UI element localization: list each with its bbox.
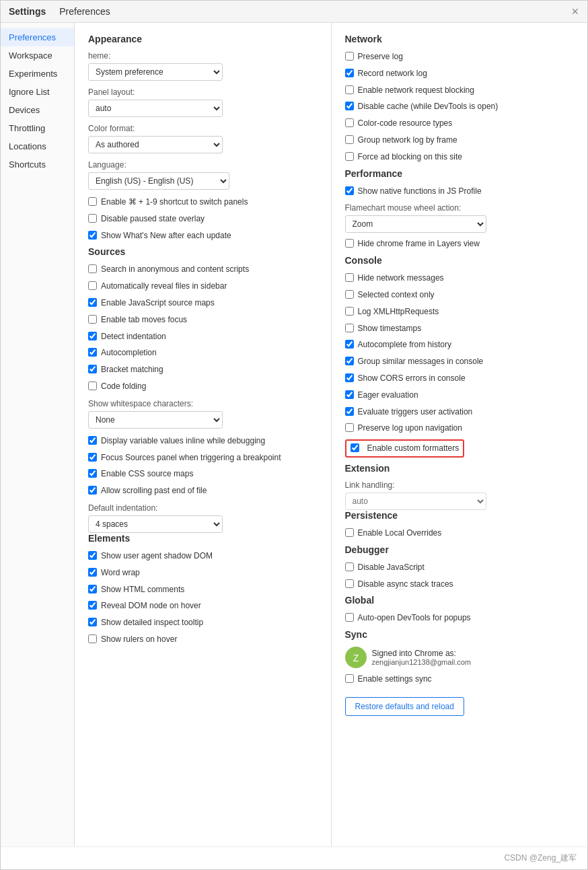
panel-layout-select[interactable]: auto horizontal vertical — [88, 100, 223, 117]
network-blocking-checkbox[interactable] — [345, 85, 354, 94]
tab-moves-focus-checkbox[interactable] — [88, 315, 97, 324]
native-functions-row: Show native functions in JS Profile — [345, 186, 575, 197]
user-agent-shadow-row: Show user agent shadow DOM — [88, 550, 318, 562]
custom-formatters-checkbox[interactable] — [351, 443, 359, 452]
persistence-section: Persistence Enable Local Overrides — [345, 510, 575, 539]
flamechart-select[interactable]: Zoom Scroll — [345, 215, 486, 233]
link-handling-select[interactable]: auto — [345, 493, 486, 510]
color-code-checkbox[interactable] — [345, 118, 354, 127]
indentation-select[interactable]: 2 spaces 4 spaces 8 spaces Tab character — [88, 515, 223, 533]
sidebar-item-ignore-list[interactable]: Ignore List — [1, 83, 74, 101]
variable-inline-row: Display variable values inline while deb… — [88, 435, 318, 447]
sidebar-item-experiments[interactable]: Experiments — [1, 65, 74, 83]
hide-network-checkbox[interactable] — [345, 273, 354, 282]
js-source-maps-checkbox[interactable] — [88, 298, 97, 307]
selected-context-label: Selected context only — [358, 289, 435, 301]
scroll-past-end-checkbox[interactable] — [88, 486, 97, 495]
group-network-checkbox[interactable] — [345, 135, 354, 144]
sidebar-item-throttling[interactable]: Throttling — [1, 119, 74, 137]
paused-overlay-checkbox[interactable] — [88, 214, 97, 223]
detailed-tooltip-row: Show detailed inspect tooltip — [88, 617, 318, 628]
auto-open-checkbox[interactable] — [345, 613, 354, 622]
log-xml-checkbox[interactable] — [345, 307, 354, 316]
code-folding-checkbox[interactable] — [88, 382, 97, 390]
close-button[interactable]: ✕ — [571, 6, 579, 17]
reveal-files-checkbox[interactable] — [88, 281, 97, 290]
anon-content-label: Search in anonymous and content scripts — [101, 264, 249, 275]
variable-inline-checkbox[interactable] — [88, 436, 97, 445]
autocompletion-checkbox[interactable] — [88, 348, 97, 357]
hide-chrome-frame-row: Hide chrome frame in Layers view — [345, 238, 575, 250]
sidebar-item-locations[interactable]: Locations — [1, 137, 74, 155]
eager-eval-checkbox[interactable] — [345, 390, 354, 399]
whitespace-label: Show whitespace characters: — [88, 399, 318, 408]
user-agent-shadow-checkbox[interactable] — [88, 551, 97, 560]
disable-js-checkbox[interactable] — [345, 563, 354, 571]
eval-triggers-checkbox[interactable] — [345, 407, 354, 416]
local-overrides-checkbox[interactable] — [345, 528, 354, 537]
enable-sync-row: Enable settings sync — [345, 674, 575, 685]
autocomplete-history-label: Autocomplete from history — [358, 339, 451, 351]
force-ad-blocking-checkbox[interactable] — [345, 152, 354, 161]
disable-async-row: Disable async stack traces — [345, 579, 575, 590]
force-ad-blocking-row: Force ad blocking on this site — [345, 151, 575, 163]
sync-section: Sync Z Signed into Chrome as: zengjianju… — [345, 629, 575, 716]
switch-panels-checkbox[interactable] — [88, 197, 97, 206]
appearance-section: Appearance heme: System preference Light… — [88, 34, 318, 241]
language-select[interactable]: English (US) - English (US) — [88, 172, 229, 190]
whats-new-row: Show What's New after each update — [88, 230, 318, 242]
detect-indent-checkbox[interactable] — [88, 332, 97, 340]
link-handling-label: Link handling: — [345, 480, 575, 490]
user-avatar: Z — [345, 647, 367, 668]
detailed-tooltip-checkbox[interactable] — [88, 618, 97, 626]
code-folding-label: Code folding — [101, 381, 146, 392]
performance-title: Performance — [345, 168, 575, 179]
console-section: Console Hide network messages Selected c… — [345, 255, 575, 463]
reveal-files-row: Automatically reveal files in sidebar — [88, 281, 318, 292]
sidebar-item-workspace[interactable]: Workspace — [1, 46, 74, 65]
selected-context-checkbox[interactable] — [345, 290, 354, 299]
restore-defaults-button[interactable]: Restore defaults and reload — [345, 697, 464, 716]
word-wrap-label: Word wrap — [101, 567, 140, 579]
log-xml-row: Log XMLHttpRequests — [345, 306, 575, 318]
local-overrides-row: Enable Local Overrides — [345, 528, 575, 539]
enable-sync-checkbox[interactable] — [345, 674, 354, 683]
rulers-hover-checkbox[interactable] — [88, 635, 97, 643]
whats-new-checkbox[interactable] — [88, 231, 97, 240]
group-similar-checkbox[interactable] — [345, 357, 354, 365]
sidebar-item-preferences[interactable]: Preferences — [1, 28, 74, 46]
sidebar-item-devices[interactable]: Devices — [1, 101, 74, 119]
word-wrap-checkbox[interactable] — [88, 568, 97, 577]
console-title: Console — [345, 255, 575, 266]
preferences-subtitle: Preferences — [59, 6, 110, 17]
css-source-maps-checkbox[interactable] — [88, 469, 97, 478]
show-timestamps-checkbox[interactable] — [345, 324, 354, 332]
native-functions-label: Show native functions in JS Profile — [358, 186, 482, 197]
bracket-matching-checkbox[interactable] — [88, 365, 97, 373]
hide-chrome-frame-checkbox[interactable] — [345, 239, 354, 248]
disable-async-checkbox[interactable] — [345, 579, 354, 588]
native-functions-checkbox[interactable] — [345, 186, 354, 195]
reveal-dom-checkbox[interactable] — [88, 601, 97, 610]
focus-sources-checkbox[interactable] — [88, 453, 97, 462]
indentation-label: Default indentation: — [88, 503, 318, 513]
sidebar-item-shortcuts[interactable]: Shortcuts — [1, 155, 74, 174]
preserve-log-checkbox[interactable] — [345, 52, 354, 61]
theme-select[interactable]: System preference Light Dark — [88, 63, 223, 81]
autocompletion-label: Autocompletion — [101, 347, 157, 359]
eager-eval-row: Eager evaluation — [345, 390, 575, 401]
preserve-log-nav-checkbox[interactable] — [345, 423, 354, 432]
hide-network-label: Hide network messages — [358, 273, 444, 284]
autocomplete-history-checkbox[interactable] — [345, 340, 354, 349]
html-comments-checkbox[interactable] — [88, 585, 97, 593]
paused-overlay-label: Disable paused state overlay — [101, 213, 205, 225]
record-network-checkbox[interactable] — [345, 69, 354, 77]
network-section: Network Preserve log Record network log … — [345, 34, 575, 163]
color-format-select[interactable]: As authored hex hsl rgb — [88, 136, 223, 153]
disable-cache-checkbox[interactable] — [345, 102, 354, 110]
right-pane: Network Preserve log Record network log … — [332, 23, 588, 846]
whitespace-select[interactable]: None All Trailing — [88, 411, 223, 429]
anon-content-checkbox[interactable] — [88, 264, 97, 273]
show-cors-checkbox[interactable] — [345, 373, 354, 382]
preserve-log-label: Preserve log — [358, 51, 403, 63]
